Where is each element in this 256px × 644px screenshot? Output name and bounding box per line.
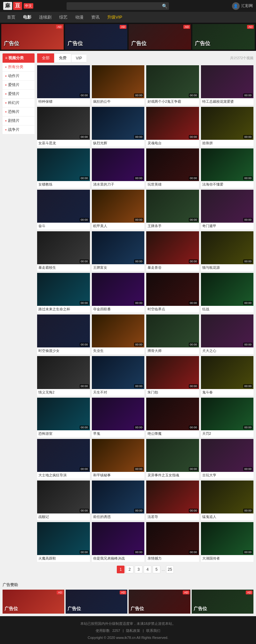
- video-card[interactable]: 00:00 灵异事件之玉女指魂: [146, 439, 199, 479]
- bottom-ad-3[interactable]: AD 广告位: [129, 590, 190, 614]
- video-card[interactable]: 00:00 奇门遁甲: [201, 190, 254, 229]
- user-area[interactable]: 👤 汇彩网: [232, 2, 253, 10]
- nav-item-variety[interactable]: 综艺: [55, 12, 71, 23]
- video-card[interactable]: 00:00 法若导: [146, 481, 199, 520]
- sidebar-item-scifi[interactable]: ● 科幻片: [3, 99, 35, 107]
- video-title: 和平镇秘事: [92, 472, 145, 479]
- page-btn-3[interactable]: 3: [135, 566, 142, 573]
- video-card[interactable]: 00:00 机甲美人: [92, 190, 145, 229]
- bottom-ad-4[interactable]: AD 广告位: [192, 590, 253, 614]
- filter-tab-free[interactable]: 免费: [54, 53, 71, 63]
- video-card[interactable]: 00:00 情义无悔2: [37, 356, 90, 396]
- ad-badge-2: AD: [120, 25, 126, 29]
- video-card[interactable]: 00:00 特工总裁校花宠爱婆: [201, 65, 254, 105]
- video-card[interactable]: 00:00 战舰记: [37, 481, 90, 520]
- video-card[interactable]: 00:00 猫与枇花源: [201, 231, 254, 271]
- video-title: 猛鬼追人: [201, 513, 254, 520]
- bottom-ad-label-1: 广告位: [4, 606, 18, 612]
- video-thumb: 00:00: [92, 356, 145, 389]
- sidebar-item-drama[interactable]: ● 剧情片: [3, 116, 35, 125]
- video-card[interactable]: 00:00 大湖国传者: [201, 522, 254, 562]
- video-card[interactable]: 00:00 恐怖游室: [37, 398, 90, 437]
- video-card[interactable]: 00:00 古玩大亨: [201, 439, 254, 479]
- video-card[interactable]: 00:00 灵魂电台: [146, 107, 199, 147]
- footer-link-contact[interactable]: 联系我们: [146, 627, 160, 634]
- nav-item-home[interactable]: 首页: [3, 12, 19, 23]
- video-card[interactable]: 00:00 王牌富女: [92, 231, 145, 271]
- nav-item-anime[interactable]: 动漫: [71, 12, 87, 23]
- video-card[interactable]: 00:00 前任的诱惑: [92, 481, 145, 520]
- video-thumb: 00:00: [92, 522, 145, 555]
- video-card[interactable]: 00:00 时空临界点: [146, 273, 199, 313]
- video-card[interactable]: 00:00 路过未来之生命之杯: [37, 273, 90, 313]
- video-card[interactable]: 00:00 绝公降魔: [146, 398, 199, 437]
- main-content: ≡ 视频分类 ● 所有分类 ● 动作片 ● 爱情片 ● 爱情片 ● 科幻片 ● …: [0, 51, 256, 580]
- video-card[interactable]: 00:00 王牌杀手: [146, 190, 199, 229]
- banner-ad-1[interactable]: AD 广告位: [1, 24, 64, 50]
- page-btn-5[interactable]: 5: [153, 566, 160, 573]
- video-card[interactable]: 00:00 鬼斗春: [201, 356, 254, 396]
- video-card[interactable]: 00:00 纵烈光辉: [92, 107, 145, 147]
- video-card[interactable]: 00:00 大士地之疯狂导演: [37, 439, 90, 479]
- filter-tab-vip[interactable]: VIP: [71, 54, 86, 62]
- sidebar-item-horror[interactable]: ● 恐怖片: [3, 107, 35, 116]
- page-btn-4[interactable]: 4: [144, 566, 151, 573]
- page-btn-25[interactable]: 25: [166, 566, 174, 573]
- video-card[interactable]: 00:00 暴走霸校生: [37, 231, 90, 271]
- video-duration: 00:00: [80, 135, 89, 139]
- video-duration: 00:00: [80, 467, 89, 471]
- sidebar-item-action[interactable]: ● 动作片: [3, 72, 35, 81]
- video-card[interactable]: 00:00 玩世英雄: [146, 148, 199, 188]
- banner-ad-4[interactable]: AD 广告位: [192, 24, 255, 50]
- video-card[interactable]: 00:00 女镖教练: [37, 148, 90, 188]
- video-card[interactable]: 00:00 女巫斗恶龙: [37, 107, 90, 147]
- video-card[interactable]: 00:00 拾珠拼: [201, 107, 254, 147]
- sidebar-item-all[interactable]: ● 所有分类: [3, 63, 35, 72]
- video-card[interactable]: 00:00 暴走兽谷: [146, 231, 199, 271]
- video-card[interactable]: 00:00 朱门怨: [146, 356, 199, 396]
- banner-ads: AD 广告位 AD 广告位 AD 广告位 AD 广告位: [0, 23, 256, 51]
- video-card[interactable]: 00:00 疯狂的公牛: [92, 65, 145, 105]
- video-card[interactable]: 00:00 好戏两个小2鬼王争霸: [146, 65, 199, 105]
- sidebar-dot-1: ●: [5, 75, 7, 77]
- search-button[interactable]: 🔍: [162, 4, 167, 9]
- video-card[interactable]: 00:00 搏骨大师: [146, 314, 199, 354]
- nav-item-series[interactable]: 连续剧: [35, 12, 55, 23]
- video-title: 玩世英雄: [146, 181, 199, 188]
- bottom-ad-2[interactable]: AD 广告位: [66, 590, 127, 614]
- video-card[interactable]: 00:00 特种保镖: [37, 65, 90, 105]
- banner-ad-2[interactable]: AD 广告位: [65, 24, 127, 50]
- banner-ad-3[interactable]: AD 广告位: [129, 24, 191, 50]
- nav-item-movie[interactable]: 电影: [19, 12, 35, 23]
- video-card[interactable]: 00:00 火魔高跟鞋: [37, 522, 90, 562]
- video-card[interactable]: 00:00 天生不对: [92, 356, 145, 396]
- video-card[interactable]: 00:00 失业生: [92, 314, 145, 354]
- video-card[interactable]: 00:00 犬大之心: [201, 314, 254, 354]
- search-input[interactable]: [67, 2, 169, 10]
- video-card[interactable]: 00:00 奋斗: [37, 190, 90, 229]
- bottom-ad-badge-3: AD: [183, 591, 189, 594]
- video-title: 夺金四联番: [92, 306, 145, 313]
- nav-item-vip[interactable]: 升级VIP: [103, 12, 126, 23]
- sidebar-item-war[interactable]: ● 爱情片: [3, 81, 35, 90]
- video-card[interactable]: 00:00 法海你不懂爱: [201, 148, 254, 188]
- video-card[interactable]: 00:00 清水里的刀子: [92, 148, 145, 188]
- video-card[interactable]: 00:00 你是我兄弟巅峰决战: [92, 522, 145, 562]
- nav-item-news[interactable]: 资讯: [87, 12, 103, 23]
- video-card[interactable]: 00:00 时空偷渡少女: [37, 314, 90, 354]
- filter-tab-all[interactable]: 全部: [37, 53, 54, 63]
- video-duration: 00:00: [134, 509, 143, 513]
- video-card[interactable]: 00:00 和平镇秘事: [92, 439, 145, 479]
- video-card[interactable]: 00:00 早鬼: [92, 398, 145, 437]
- bottom-ad-1[interactable]: AD 广告位: [3, 590, 64, 614]
- video-card[interactable]: 00:00 亲情撼力: [146, 522, 199, 562]
- page-btn-1[interactable]: 1: [117, 566, 124, 573]
- video-card[interactable]: 00:00 狂战: [201, 273, 254, 313]
- video-card[interactable]: 00:00 夺金四联番: [92, 273, 145, 313]
- page-btn-2[interactable]: 2: [126, 566, 133, 573]
- sidebar-item-war2[interactable]: ● 战争片: [3, 125, 35, 134]
- sidebar-item-romance[interactable]: ● 爱情片: [3, 90, 35, 99]
- footer-link-privacy[interactable]: 隐私政策: [126, 627, 140, 634]
- video-card[interactable]: 00:00 猛鬼追人: [201, 481, 254, 520]
- video-card[interactable]: 00:00 天罚2: [201, 398, 254, 437]
